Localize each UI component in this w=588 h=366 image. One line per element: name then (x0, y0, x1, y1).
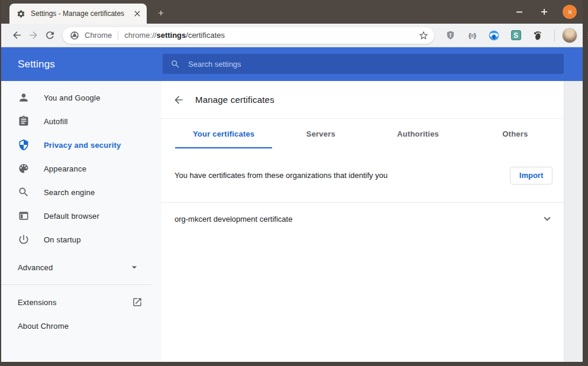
search-placeholder: Search settings (188, 60, 241, 69)
reload-button[interactable] (41, 27, 58, 44)
forward-button[interactable] (25, 27, 41, 44)
url-path: /certificates (186, 31, 225, 40)
subpage-back-button[interactable] (172, 93, 186, 107)
certificate-name: org-mkcert development certificate (175, 215, 292, 224)
back-arrow-icon (173, 94, 185, 106)
url-host: settings (156, 31, 186, 40)
shield-icon (18, 139, 30, 151)
dropdown-arrow-icon (128, 261, 140, 273)
sidebar-item-default-browser[interactable]: Default browser (1, 204, 161, 228)
omnibox-separator (118, 31, 118, 40)
tab-your-certificates[interactable]: Your certificates (175, 119, 272, 148)
power-icon (18, 234, 30, 245)
kebab-menu-icon (583, 31, 588, 40)
tab-strip: Settings - Manage certificates (1, 0, 583, 24)
privacy-badger-extension-icon[interactable] (487, 29, 500, 42)
privacy-shield-extension-icon[interactable] (444, 29, 457, 42)
sidebar-item-about-chrome[interactable]: About Chrome (1, 314, 161, 338)
chevron-down-icon[interactable] (541, 212, 554, 225)
minimize-button[interactable] (513, 5, 526, 18)
external-link-icon (132, 297, 143, 307)
bookmark-star-icon[interactable] (418, 30, 429, 41)
settings-gear-icon (17, 9, 25, 18)
forward-arrow-icon (28, 30, 39, 41)
settings-title: Settings (18, 59, 55, 70)
import-button[interactable]: Import (510, 167, 553, 184)
person-icon (18, 92, 30, 103)
palette-icon (18, 163, 30, 174)
browser-window-icon (18, 210, 30, 222)
browser-menu-button[interactable] (583, 28, 588, 43)
sidebar-item-privacy-and-security[interactable]: Privacy and security (1, 133, 161, 157)
tab-authorities[interactable]: Authorities (370, 119, 467, 148)
stylus-extension-icon[interactable]: S (509, 29, 522, 42)
settings-search-input[interactable]: Search settings (163, 54, 564, 74)
maximize-icon (541, 8, 548, 15)
browser-window: Settings - Manage certificates (0, 0, 588, 366)
subpage-header: Manage certificates (161, 81, 564, 119)
scrollbar-track[interactable] (564, 81, 583, 362)
chrome-page-icon (70, 31, 79, 40)
back-arrow-icon (11, 30, 22, 41)
certificate-row[interactable]: org-mkcert development certificate (161, 203, 564, 235)
tab-servers[interactable]: Servers (272, 119, 369, 148)
url-scheme: chrome:// (124, 31, 156, 40)
settings-sidebar: You and Google Autofill Privacy and secu… (1, 81, 161, 362)
clipboard-icon (18, 115, 30, 127)
close-icon (567, 9, 573, 15)
toolbar-separator (554, 30, 555, 41)
browser-tab[interactable]: Settings - Manage certificates (9, 4, 147, 24)
new-tab-button[interactable] (153, 5, 169, 21)
maximize-button[interactable] (538, 5, 551, 18)
sidebar-item-autofill[interactable]: Autofill (1, 109, 161, 133)
certificates-description: You have certificates from these organiz… (175, 171, 387, 180)
certificates-description-row: You have certificates from these organiz… (161, 148, 564, 203)
settings-header: Settings Search settings (1, 47, 583, 81)
sidebar-divider (1, 284, 152, 285)
sidebar-item-on-startup[interactable]: On startup (1, 228, 161, 251)
profile-avatar[interactable] (562, 28, 577, 43)
json-viewer-extension-icon[interactable]: {≡} (466, 29, 479, 42)
search-icon (170, 59, 180, 69)
sidebar-item-you-and-google[interactable]: You and Google (1, 86, 161, 109)
sidebar-item-appearance[interactable]: Appearance (1, 157, 161, 180)
plus-icon (157, 9, 165, 17)
reload-icon (44, 30, 56, 41)
minimize-icon (516, 8, 523, 15)
sidebar-item-extensions[interactable]: Extensions (1, 290, 161, 314)
window-close-button[interactable] (563, 5, 577, 19)
certificates-panel: Manage certificates Your certificates Se… (161, 81, 564, 362)
tab-title: Settings - Manage certificates (31, 9, 133, 18)
extensions-row: {≡} S (444, 29, 555, 42)
tab-others[interactable]: Others (467, 119, 564, 148)
gnome-foot-icon[interactable] (531, 29, 544, 42)
sidebar-advanced-toggle[interactable]: Advanced (1, 255, 161, 279)
omnibox-url: chrome://settings/certificates (124, 31, 225, 40)
certificate-tabs: Your certificates Servers Authorities Ot… (175, 119, 564, 148)
back-button[interactable] (8, 27, 25, 44)
omnibox-site-label: Chrome (85, 31, 112, 40)
tab-close-icon[interactable] (133, 9, 142, 18)
browser-toolbar: Chrome chrome://settings/certificates {≡… (1, 24, 583, 47)
omnibox[interactable]: Chrome chrome://settings/certificates (63, 27, 434, 44)
page-title: Manage certificates (195, 95, 274, 105)
sidebar-item-search-engine[interactable]: Search engine (1, 180, 161, 204)
window-controls (513, 0, 583, 24)
search-icon (18, 186, 30, 198)
